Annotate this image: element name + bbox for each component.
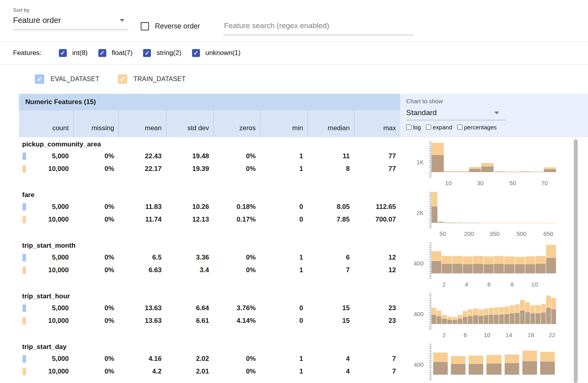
checkbox-unchecked-icon <box>141 22 149 30</box>
missing-cell: 0% <box>73 317 119 325</box>
count-cell: 5,000 <box>19 152 73 160</box>
feature-stats: pickup_community_area 5,000 0% 22.43 19.… <box>19 137 400 188</box>
min-cell: 0 <box>260 304 307 312</box>
vertical-scrollbar[interactable] <box>574 139 578 383</box>
eval-dataset-toggle[interactable]: EVAL_DATASET <box>35 74 100 84</box>
sort-by-label: Sort by <box>13 7 128 13</box>
stddev-cell: 6.64 <box>166 304 213 312</box>
y-axis <box>429 293 431 330</box>
zeros-cell: 0% <box>213 152 260 160</box>
missing-cell: 0% <box>73 216 119 224</box>
expand-checkbox[interactable]: expand <box>426 124 452 131</box>
max-cell: 112.65 <box>354 203 400 211</box>
checkbox-unchecked-icon <box>406 125 411 130</box>
feature-stats: trip_start_month 5,000 0% 6.5 3.36 0% 1 … <box>19 239 400 289</box>
stddev-cell: 6.61 <box>166 317 213 325</box>
feature-name: trip_start_hour <box>19 291 400 302</box>
filter-string[interactable]: string(2) <box>143 49 181 57</box>
x-axis-labels: 246810 <box>432 281 556 287</box>
max-cell: 7 <box>354 355 400 363</box>
eval-dataset-label: EVAL_DATASET <box>51 76 100 83</box>
zeros-cell: 0% <box>213 165 260 173</box>
mean-cell: 6.63 <box>119 266 166 274</box>
reverse-order-checkbox[interactable]: Reverse order <box>141 22 200 30</box>
filter-unknown[interactable]: unknown(1) <box>192 49 241 57</box>
train-dataset-toggle[interactable]: TRAIN_DATASET <box>118 74 186 84</box>
sort-by-group: Sort by Feature order <box>13 7 128 30</box>
histogram-bins[interactable] <box>432 243 556 273</box>
stats-row-eval: 5,000 0% 22.43 19.48 0% 1 11 77 <box>19 150 400 163</box>
y-axis-label-column: 1K <box>400 141 429 188</box>
feature-histogram: 1K 10305070 <box>400 137 588 188</box>
checkbox-checked-icon <box>192 49 200 57</box>
feature-block: trip_start_day 5,000 0% 4.16 2.02 0% 1 4… <box>19 340 588 383</box>
feature-name: fare <box>19 190 400 201</box>
max-cell: 77 <box>354 165 400 173</box>
missing-cell: 0% <box>73 355 119 363</box>
stddev-cell: 3.4 <box>166 266 213 274</box>
median-cell: 6 <box>307 254 354 262</box>
reverse-order-label: Reverse order <box>155 22 200 30</box>
filter-float[interactable]: float(7) <box>98 49 133 57</box>
mean-cell: 4.16 <box>119 355 166 363</box>
mean-cell: 6.5 <box>119 254 166 262</box>
stddev-cell: 2.01 <box>166 368 213 375</box>
stddev-cell: 19.39 <box>166 165 213 173</box>
checkbox-checked-icon <box>59 49 67 57</box>
chevron-down-icon <box>120 19 124 22</box>
train-dataset-label: TRAIN_DATASET <box>134 76 186 83</box>
sort-order-value: Feature order <box>13 16 61 25</box>
max-cell: 23 <box>354 317 400 325</box>
train-marker <box>23 267 26 274</box>
missing-cell: 0% <box>73 254 119 262</box>
table-header: Numeric Features (15) count missing mean… <box>19 94 588 137</box>
median-cell: 15 <box>307 317 354 325</box>
chart-type-select[interactable]: Standard <box>406 104 505 120</box>
column-header-median: median <box>307 110 354 137</box>
stats-row-eval: 5,000 0% 13.63 6.64 3.76% 0 15 23 <box>19 302 400 315</box>
max-cell: 7 <box>354 368 400 375</box>
stats-row-eval: 5,000 0% 6.5 3.36 0% 1 6 12 <box>19 251 400 264</box>
histogram-bins[interactable] <box>432 344 556 375</box>
median-cell: 7.85 <box>307 216 354 224</box>
zeros-cell: 4.14% <box>213 317 260 325</box>
log-label: log <box>413 124 421 131</box>
sort-order-select[interactable]: Feature order <box>13 16 128 30</box>
max-cell: 12 <box>354 266 400 274</box>
count-cell: 10,000 <box>19 317 73 325</box>
histogram-plot: 2610141822 <box>429 293 557 340</box>
checkbox-checked-icon <box>98 49 106 57</box>
percentages-checkbox[interactable]: percentages <box>457 124 497 131</box>
filter-int[interactable]: int(8) <box>59 49 88 57</box>
eval-marker <box>23 203 26 211</box>
column-header-min: min <box>260 110 307 137</box>
y-axis-label: 400 <box>414 361 424 368</box>
feature-histogram: 400 246810 <box>400 239 588 289</box>
mean-cell: 22.43 <box>119 152 166 160</box>
dataset-legend: EVAL_DATASET TRAIN_DATASET <box>0 64 588 94</box>
train-dataset-checkbox-icon <box>118 74 127 84</box>
stats-row-train: 10,000 0% 11.74 12.13 0.17% 0 7.85 700.0… <box>19 213 400 226</box>
histogram-bins[interactable] <box>432 141 556 172</box>
mean-cell: 13.63 <box>119 304 166 312</box>
feature-search-input[interactable] <box>223 20 414 35</box>
feature-histogram: 400 <box>400 340 588 383</box>
max-cell: 700.07 <box>354 216 400 224</box>
min-cell: 1 <box>260 368 307 375</box>
log-checkbox[interactable]: log <box>406 124 421 131</box>
median-cell: 8.05 <box>307 203 354 211</box>
y-axis-label-column: 400 <box>400 344 429 383</box>
max-cell: 12 <box>354 254 400 262</box>
median-cell: 7 <box>307 266 354 274</box>
histogram-bins[interactable] <box>432 192 556 223</box>
table-title: Numeric Features (15) <box>19 94 400 110</box>
filter-string-label: string(2) <box>156 49 181 57</box>
feature-name: trip_start_month <box>19 240 400 251</box>
median-cell: 4 <box>307 355 354 363</box>
stddev-cell: 3.36 <box>166 254 213 262</box>
column-header-mean: mean <box>119 110 166 137</box>
count-cell: 10,000 <box>19 266 73 274</box>
stats-row-train: 10,000 0% 22.17 19.39 0% 1 8 77 <box>19 163 400 175</box>
checkbox-unchecked-icon <box>426 125 431 130</box>
histogram-bins[interactable] <box>432 293 556 324</box>
